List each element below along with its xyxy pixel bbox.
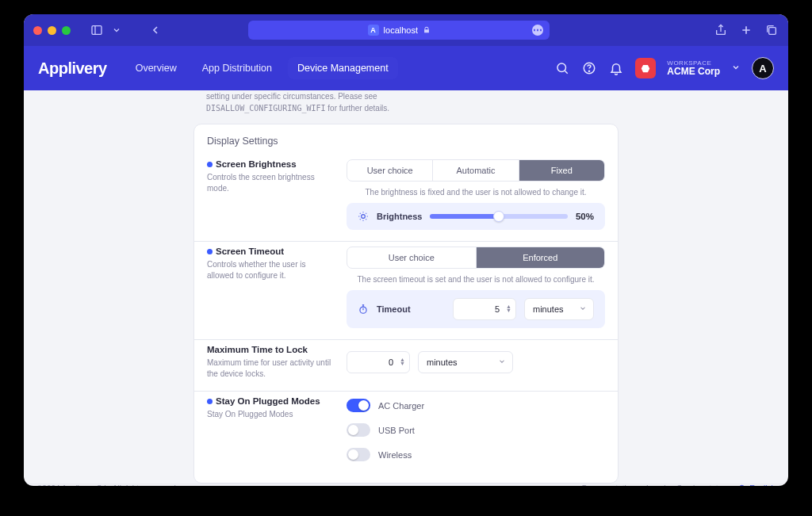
- language-switcher[interactable]: English: [737, 484, 776, 486]
- app-header: Applivery Overview App Distribution Devi…: [24, 46, 788, 90]
- seg-enforced[interactable]: Enforced: [477, 247, 605, 268]
- toggle-switch[interactable]: [347, 448, 370, 461]
- svg-line-7: [565, 71, 568, 73]
- field-desc: Controls the screen brightness mode.: [207, 172, 332, 194]
- help-icon[interactable]: [581, 60, 597, 76]
- row-screen-brightness: Screen Brightness Controls the screen br…: [194, 155, 618, 242]
- brightness-sublabel: Brightness: [377, 212, 422, 221]
- timeout-hint: The screen timeout is set and the user i…: [347, 275, 605, 284]
- url-bar[interactable]: A localhost ⋯: [248, 21, 550, 40]
- timeout-unit-select[interactable]: minutes: [524, 298, 594, 320]
- prev-section-desc: setting under specific circumstances. Pl…: [193, 90, 619, 114]
- app-logo[interactable]: Applivery: [38, 59, 107, 78]
- svg-line-17: [360, 219, 361, 220]
- toggle-usb-port: USB Port: [347, 421, 605, 439]
- nav-device-management[interactable]: Device Management: [288, 57, 398, 79]
- stopwatch-icon: [358, 304, 369, 315]
- workspace-chip-icon: [635, 58, 656, 78]
- minimize-dot[interactable]: [48, 26, 56, 35]
- svg-point-24: [741, 485, 744, 486]
- display-settings-card: Display Settings Screen Brightness Contr…: [193, 124, 619, 484]
- main-content: setting under specific circumstances. Pl…: [24, 90, 788, 486]
- bell-icon[interactable]: [608, 60, 624, 76]
- close-dot[interactable]: [33, 26, 42, 35]
- copyright: ©2024 Applivery S.L. All rights reserved…: [36, 484, 178, 486]
- code-ref: DISALLOW_CONFIGURING_WIFI: [206, 104, 326, 113]
- timeout-value-input[interactable]: ▲▼: [453, 298, 516, 320]
- app-footer: ©2024 Applivery S.L. All rights reserved…: [24, 484, 788, 486]
- brightness-subpanel: Brightness 50%: [347, 203, 605, 230]
- new-tab-icon[interactable]: [739, 24, 753, 36]
- footer-docs[interactable]: Documentation: [582, 484, 635, 486]
- timeout-mode-segmented: User choice Enforced: [347, 247, 605, 269]
- svg-point-10: [362, 215, 366, 219]
- toggle-switch[interactable]: [347, 423, 370, 437]
- app-window: A localhost ⋯ Applivery Overview App Dis…: [24, 14, 788, 486]
- svg-point-9: [589, 71, 590, 71]
- bullet-icon: [207, 249, 213, 254]
- footer-status[interactable]: Service status: [676, 484, 726, 486]
- bullet-icon: [207, 399, 213, 404]
- main-nav: Overview App Distribution Device Managem…: [126, 57, 398, 79]
- workspace-name: ACME Corp: [667, 67, 720, 76]
- seg-user-choice[interactable]: User choice: [347, 247, 477, 268]
- toggle-wireless: Wireless: [347, 445, 605, 464]
- back-icon[interactable]: [148, 24, 163, 36]
- browser-chrome: A localhost ⋯: [24, 14, 788, 46]
- nav-app-distribution[interactable]: App Distribution: [193, 57, 282, 79]
- timeout-subpanel: Timeout ▲▼ minutes: [347, 290, 605, 328]
- seg-user-choice[interactable]: User choice: [347, 160, 433, 181]
- svg-point-19: [360, 307, 366, 313]
- timeout-sublabel: Timeout: [377, 304, 411, 314]
- workspace-switcher[interactable]: WORKSPACE ACME Corp: [667, 60, 720, 76]
- svg-line-14: [366, 219, 366, 220]
- footer-legal[interactable]: Legal: [646, 484, 665, 486]
- toggle-switch[interactable]: [347, 399, 370, 412]
- maxlock-value-input[interactable]: ▲▼: [347, 351, 410, 373]
- svg-rect-5: [769, 28, 776, 35]
- share-icon[interactable]: [714, 24, 728, 36]
- avatar[interactable]: A: [752, 57, 774, 79]
- site-identity-icon: A: [368, 25, 379, 36]
- lock-icon: [423, 26, 431, 34]
- toggle-ac-charger: AC Charger: [347, 396, 605, 415]
- seg-fixed[interactable]: Fixed: [519, 160, 604, 181]
- svg-point-6: [557, 63, 566, 72]
- maximize-dot[interactable]: [62, 26, 71, 35]
- sun-icon: [358, 211, 369, 222]
- svg-line-18: [366, 213, 366, 214]
- more-icon[interactable]: ⋯: [532, 25, 543, 36]
- maxlock-number[interactable]: [347, 351, 410, 373]
- timeout-number[interactable]: [453, 298, 516, 320]
- chevron-down-icon: [579, 304, 587, 314]
- svg-rect-0: [92, 26, 102, 35]
- bullet-icon: [207, 162, 213, 167]
- brightness-hint: The brightness is fixed and the user is …: [347, 188, 605, 197]
- section-title: Display Settings: [194, 124, 618, 155]
- chevron-down-icon[interactable]: [731, 61, 741, 75]
- brightness-mode-segmented: User choice Automatic Fixed: [347, 159, 605, 182]
- tabs-icon[interactable]: [764, 24, 779, 36]
- row-max-time-to-lock: Maximum Time to Lock Maximum time for us…: [194, 340, 618, 392]
- svg-line-13: [360, 213, 361, 214]
- search-icon[interactable]: [554, 60, 570, 76]
- brightness-slider[interactable]: [430, 214, 568, 219]
- nav-overview[interactable]: Overview: [126, 57, 186, 79]
- field-label: Screen Brightness: [207, 159, 332, 169]
- slider-thumb[interactable]: [493, 211, 504, 222]
- seg-automatic[interactable]: Automatic: [433, 160, 519, 181]
- row-stay-on-plugged: Stay On Plugged Modes Stay On Plugged Mo…: [194, 392, 618, 468]
- chevron-down-icon[interactable]: [112, 24, 121, 36]
- sidebar-icon[interactable]: [90, 24, 104, 36]
- url-host: localhost: [384, 25, 418, 35]
- chevron-down-icon: [498, 357, 506, 367]
- row-screen-timeout: Screen Timeout Controls whether the user…: [194, 242, 618, 340]
- window-controls: [33, 26, 71, 35]
- brightness-value: 50%: [576, 212, 594, 221]
- maxlock-unit-select[interactable]: minutes: [418, 351, 513, 373]
- globe-icon: [737, 484, 746, 486]
